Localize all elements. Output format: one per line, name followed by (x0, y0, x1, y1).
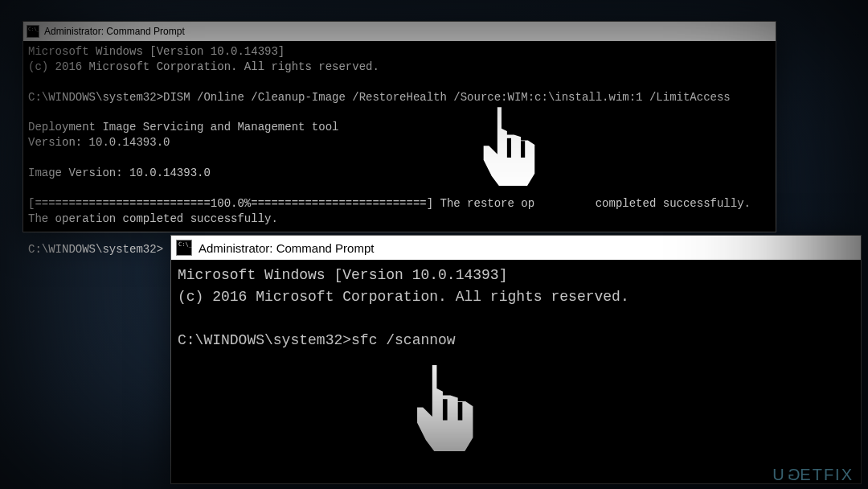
line: Microsoft Windows [Version 10.0.14393] (178, 267, 507, 283)
window-title: Administrator: Command Prompt (199, 241, 374, 255)
line: C:\WINDOWS\system32>DISM /Online /Cleanu… (28, 91, 731, 104)
cmd-icon (176, 240, 192, 256)
cmd-icon (27, 25, 39, 38)
line: Deployment Image Servicing and Managemen… (28, 121, 338, 134)
line: Microsoft Windows [Version 10.0.14393] (28, 45, 285, 58)
command-prompt-window-sfc[interactable]: Administrator: Command Prompt Microsoft … (170, 235, 862, 484)
line: The operation completed successfully. (28, 212, 278, 225)
line: (c) 2016 Microsoft Corporation. All righ… (178, 289, 629, 305)
terminal-output[interactable]: Microsoft Windows [Version 10.0.14393] (… (171, 260, 861, 356)
line: C:\WINDOWS\system32>sfc /scannow (178, 332, 456, 348)
line: Version: 10.0.14393.0 (28, 136, 170, 149)
command-prompt-window-dism[interactable]: Administrator: Command Prompt Microsoft … (23, 21, 776, 232)
titlebar[interactable]: Administrator: Command Prompt (171, 236, 861, 260)
line: (c) 2016 Microsoft Corporation. All righ… (28, 60, 379, 73)
line: C:\WINDOWS\system32> (28, 243, 163, 256)
line: Image Version: 10.0.14393.0 (28, 166, 211, 179)
watermark: UGETFIX (772, 466, 854, 484)
terminal-output[interactable]: Microsoft Windows [Version 10.0.14393] (… (23, 41, 776, 260)
window-title: Administrator: Command Prompt (44, 26, 185, 37)
line: [==========================100.0%=======… (28, 197, 751, 210)
titlebar[interactable]: Administrator: Command Prompt (23, 22, 776, 41)
